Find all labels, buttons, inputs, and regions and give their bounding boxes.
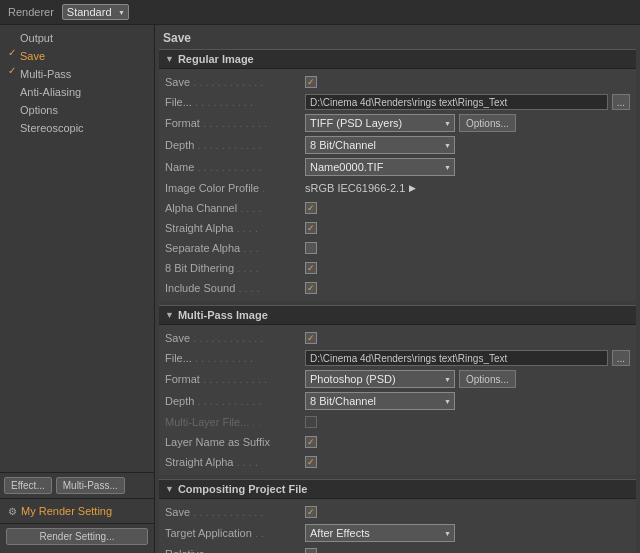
compositing-header[interactable]: ▼ Compositing Project File: [159, 479, 636, 499]
renderer-wrapper: Standard: [62, 4, 129, 20]
regular-depth-value: 8 Bit/Channel: [305, 136, 630, 154]
mp-save-value: [305, 332, 630, 344]
comp-relative-checkbox[interactable]: [305, 548, 317, 553]
comp-target-app-value: After Effects: [305, 524, 630, 542]
regular-straight-alpha-row: Straight Alpha . . . .: [159, 218, 636, 238]
regular-file-browse-button[interactable]: ...: [612, 94, 630, 110]
render-setting-label[interactable]: My Render Setting: [21, 505, 112, 517]
save-checkmark: ✓: [8, 47, 16, 58]
effect-button[interactable]: Effect...: [4, 477, 52, 494]
mp-format-dropdown-wrapper: Photoshop (PSD): [305, 370, 455, 388]
mp-file-row: File... . . . . . . . . . . ...: [159, 348, 636, 368]
regular-include-sound-checkbox[interactable]: [305, 282, 317, 294]
mp-layer-name-label: Layer Name as Suffix: [165, 436, 305, 448]
comp-target-app-dropdown-wrapper: After Effects: [305, 524, 455, 542]
sidebar-item-stereoscopic-wrapper: Stereoscopic: [0, 119, 154, 137]
regular-include-sound-label: Include Sound . . . .: [165, 282, 305, 294]
regular-color-profile-label: Image Color Profile .: [165, 182, 305, 194]
regular-color-profile-value-wrapper: sRGB IEC61966-2.1 ▶: [305, 182, 630, 194]
render-setting-btn-wrapper: Render Setting...: [0, 523, 154, 549]
comp-target-app-row: Target Application . . After Effects: [159, 522, 636, 544]
regular-depth-label: Depth . . . . . . . . . . .: [165, 139, 305, 151]
sidebar-item-antialiasing[interactable]: Anti-Aliasing: [0, 83, 154, 101]
sidebar-item-options-wrapper: Options: [0, 101, 154, 119]
mp-save-row: Save . . . . . . . . . . . .: [159, 328, 636, 348]
regular-image-header[interactable]: ▼ Regular Image: [159, 49, 636, 69]
comp-save-checkbox[interactable]: [305, 506, 317, 518]
comp-relative-row: Relative . . . . . . . . . .: [159, 544, 636, 553]
regular-bit-dithering-checkbox[interactable]: [305, 262, 317, 274]
mp-format-dropdown[interactable]: Photoshop (PSD): [305, 370, 455, 388]
renderer-label: Renderer: [8, 6, 54, 18]
sidebar-item-options[interactable]: Options: [0, 101, 154, 119]
mp-save-label: Save . . . . . . . . . . . .: [165, 332, 305, 344]
mp-multilayer-value: [305, 416, 630, 428]
sidebar-item-options-label: Options: [20, 104, 58, 116]
comp-target-app-label: Target Application . .: [165, 527, 305, 539]
sidebar-item-stereoscopic[interactable]: Stereoscopic: [0, 119, 154, 137]
regular-separate-alpha-label: Separate Alpha . . .: [165, 242, 305, 254]
render-setting-row: ⚙ My Render Setting: [8, 503, 146, 519]
multi-pass-button[interactable]: Multi-Pass...: [56, 477, 125, 494]
multipass-image-arrow: ▼: [165, 310, 174, 320]
panel-title: Save: [159, 29, 636, 49]
sidebar-item-antialiasing-label: Anti-Aliasing: [20, 86, 81, 98]
mp-save-checkbox[interactable]: [305, 332, 317, 344]
regular-straight-alpha-checkbox[interactable]: [305, 222, 317, 234]
regular-separate-alpha-value: [305, 242, 630, 254]
regular-format-options-button[interactable]: Options...: [459, 114, 516, 132]
mp-straight-alpha-value: [305, 456, 630, 468]
regular-separate-alpha-row: Separate Alpha . . .: [159, 238, 636, 258]
mp-layer-name-checkbox[interactable]: [305, 436, 317, 448]
regular-name-row: Name . . . . . . . . . . . Name0000.TIF: [159, 156, 636, 178]
regular-separate-alpha-checkbox[interactable]: [305, 242, 317, 254]
regular-color-profile-value: sRGB IEC61966-2.1: [305, 182, 405, 194]
mp-straight-alpha-label: Straight Alpha . . . .: [165, 456, 305, 468]
regular-include-sound-value: [305, 282, 630, 294]
sidebar-item-save-wrapper: ✓ Save: [0, 47, 154, 65]
comp-relative-value: [305, 548, 630, 553]
regular-save-value: [305, 76, 630, 88]
regular-file-input[interactable]: [305, 94, 608, 110]
sidebar-item-output-label: Output: [20, 32, 53, 44]
regular-bit-dithering-label: 8 Bit Dithering . . . .: [165, 262, 305, 274]
regular-name-label: Name . . . . . . . . . . .: [165, 161, 305, 173]
render-setting-button[interactable]: Render Setting...: [6, 528, 148, 545]
sidebar-item-antialiasing-wrapper: Anti-Aliasing: [0, 83, 154, 101]
regular-alpha-channel-checkbox[interactable]: [305, 202, 317, 214]
regular-file-value: ...: [305, 94, 630, 110]
renderer-select[interactable]: Standard: [62, 4, 129, 20]
sidebar: Output ✓ Save ✓ Multi-Pass Anti-Aliasing: [0, 25, 155, 553]
comp-save-value: [305, 506, 630, 518]
regular-color-profile-row: Image Color Profile . sRGB IEC61966-2.1 …: [159, 178, 636, 198]
regular-save-checkbox[interactable]: [305, 76, 317, 88]
multipass-image-header[interactable]: ▼ Multi-Pass Image: [159, 305, 636, 325]
regular-depth-dropdown[interactable]: 8 Bit/Channel: [305, 136, 455, 154]
sidebar-item-output[interactable]: Output: [0, 29, 154, 47]
regular-format-dropdown[interactable]: TIFF (PSD Layers): [305, 114, 455, 132]
sidebar-item-save[interactable]: Save: [0, 47, 154, 65]
comp-target-app-dropdown[interactable]: After Effects: [305, 524, 455, 542]
regular-save-row: Save . . . . . . . . . . . .: [159, 72, 636, 92]
sidebar-item-multipass[interactable]: Multi-Pass: [0, 65, 154, 83]
mp-format-row: Format . . . . . . . . . . . Photoshop (…: [159, 368, 636, 390]
mp-depth-dropdown[interactable]: 8 Bit/Channel: [305, 392, 455, 410]
comp-save-label: Save . . . . . . . . . . . .: [165, 506, 305, 518]
mp-format-options-button[interactable]: Options...: [459, 370, 516, 388]
mp-layer-name-row: Layer Name as Suffix: [159, 432, 636, 452]
top-bar: Renderer Standard: [0, 0, 640, 25]
right-panel: Save ▼ Regular Image Save . . . . . . . …: [155, 25, 640, 553]
mp-depth-row: Depth . . . . . . . . . . . 8 Bit/Channe…: [159, 390, 636, 412]
mp-file-input[interactable]: [305, 350, 608, 366]
mp-format-value: Photoshop (PSD) Options...: [305, 370, 630, 388]
mp-file-browse-button[interactable]: ...: [612, 350, 630, 366]
regular-depth-row: Depth . . . . . . . . . . . 8 Bit/Channe…: [159, 134, 636, 156]
color-profile-arrow-icon[interactable]: ▶: [409, 183, 416, 193]
regular-name-dropdown[interactable]: Name0000.TIF: [305, 158, 455, 176]
regular-save-label: Save . . . . . . . . . . . .: [165, 76, 305, 88]
app-container: Renderer Standard Output ✓ Save ✓: [0, 0, 640, 553]
mp-straight-alpha-row: Straight Alpha . . . .: [159, 452, 636, 472]
comp-save-row: Save . . . . . . . . . . . .: [159, 502, 636, 522]
regular-straight-alpha-value: [305, 222, 630, 234]
mp-straight-alpha-checkbox[interactable]: [305, 456, 317, 468]
